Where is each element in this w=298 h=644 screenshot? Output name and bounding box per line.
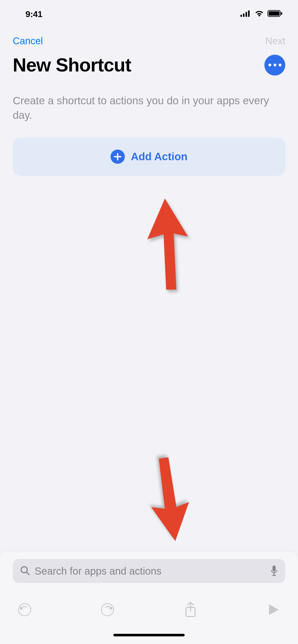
ellipsis-icon — [268, 64, 271, 66]
ellipsis-icon — [279, 64, 281, 66]
svg-marker-7 — [144, 197, 192, 291]
screen: 9:41 Cancel Next New Shortcut Create a s… — [0, 0, 298, 644]
svg-line-10 — [26, 572, 29, 575]
navigation-bar: Cancel Next — [0, 28, 298, 49]
battery-icon — [267, 10, 283, 18]
ellipsis-icon — [274, 64, 276, 66]
svg-rect-11 — [273, 565, 276, 572]
undo-button[interactable] — [16, 601, 34, 619]
add-action-label: Add Action — [131, 151, 187, 163]
editor-toolbar — [0, 593, 298, 626]
cellular-icon — [240, 10, 251, 18]
title-row: New Shortcut — [0, 49, 298, 78]
home-indicator[interactable] — [0, 626, 298, 644]
cancel-button[interactable]: Cancel — [13, 36, 43, 47]
annotation-arrow-up — [142, 197, 194, 292]
svg-marker-8 — [145, 455, 194, 544]
status-time: 9:41 — [25, 9, 42, 19]
svg-marker-17 — [269, 604, 279, 615]
page-subtitle: Create a shortcut to actions you do in y… — [0, 78, 298, 122]
share-button[interactable] — [182, 601, 199, 619]
search-input[interactable]: Search for apps and actions — [13, 559, 285, 583]
more-button[interactable] — [264, 55, 285, 76]
svg-rect-1 — [243, 13, 245, 17]
bottom-sheet: Search for apps and actions — [0, 551, 298, 644]
svg-point-15 — [101, 604, 114, 616]
svg-rect-13 — [272, 575, 276, 576]
svg-rect-5 — [269, 11, 280, 16]
svg-rect-6 — [281, 12, 282, 15]
page-title: New Shortcut — [13, 54, 131, 76]
add-action-button[interactable]: Add Action — [13, 138, 285, 176]
search-icon — [20, 565, 30, 577]
redo-button[interactable] — [99, 601, 116, 619]
search-placeholder: Search for apps and actions — [35, 565, 265, 577]
microphone-icon[interactable] — [270, 565, 278, 577]
next-button[interactable]: Next — [265, 36, 285, 47]
wifi-icon — [254, 10, 264, 18]
status-icons — [240, 10, 283, 18]
svg-rect-2 — [246, 12, 247, 17]
run-button[interactable] — [264, 601, 282, 619]
status-bar: 9:41 — [0, 0, 298, 28]
plus-circle-icon — [111, 150, 125, 164]
svg-point-14 — [19, 604, 31, 616]
annotation-arrow-down — [142, 454, 197, 544]
svg-rect-12 — [274, 573, 275, 575]
svg-rect-3 — [248, 10, 250, 17]
svg-rect-0 — [240, 15, 242, 17]
